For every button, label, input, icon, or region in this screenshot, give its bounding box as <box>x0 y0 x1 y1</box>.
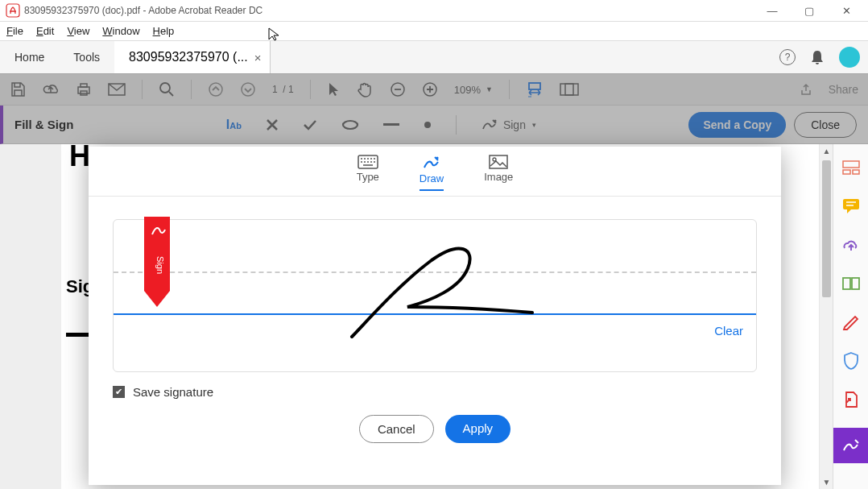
panel-edit-icon[interactable] <box>841 312 862 333</box>
fill-sign-bar: Fill & Sign IAb Sign▾ Send a Copy Close <box>0 106 868 144</box>
window-maximize-button[interactable]: ▢ <box>791 0 828 21</box>
share-icon[interactable] <box>800 83 812 96</box>
main-toolbar: 1 / 1 109%▼ Share <box>0 73 868 106</box>
signature-dialog: Type Draw Image Sign Clear ✔ Save <box>89 147 781 485</box>
page-down-icon[interactable] <box>240 81 256 97</box>
svg-rect-18 <box>843 170 850 174</box>
select-tool-icon[interactable] <box>327 81 340 97</box>
svg-rect-10 <box>529 83 540 89</box>
page-indicator: 1 / 1 <box>272 84 294 95</box>
signature-tabs: Type Draw Image <box>89 147 781 197</box>
svg-rect-11 <box>560 84 578 95</box>
vertical-scrollbar[interactable]: ▲ ▼ <box>819 144 833 489</box>
menu-view[interactable]: View <box>67 25 89 37</box>
svg-rect-14 <box>383 123 399 126</box>
cursor-icon <box>267 27 282 41</box>
panel-share-icon[interactable] <box>841 234 862 255</box>
svg-point-13 <box>343 121 358 129</box>
zoom-in-icon[interactable] <box>422 81 438 97</box>
page-text-fragment: H <box>69 139 90 173</box>
signature-tab-draw[interactable]: Draw <box>420 155 444 191</box>
keyboard-icon <box>358 155 378 169</box>
svg-point-16 <box>494 119 496 122</box>
zoom-out-icon[interactable] <box>390 81 406 97</box>
svg-rect-21 <box>843 278 850 289</box>
svg-point-6 <box>209 83 222 96</box>
panel-protect-icon[interactable] <box>841 350 862 371</box>
menu-window[interactable]: Window <box>102 25 139 37</box>
panel-create-icon[interactable] <box>841 157 862 178</box>
text-tool-icon[interactable]: IAb <box>226 118 242 132</box>
fill-sign-title: Fill & Sign <box>14 118 73 131</box>
page-line-fragment <box>66 333 90 337</box>
menu-help[interactable]: Help <box>153 25 175 37</box>
tab-home[interactable]: Home <box>0 41 59 73</box>
window-minimize-button[interactable]: — <box>754 0 791 21</box>
right-panel <box>833 144 868 489</box>
signature-draw-area[interactable]: Sign Clear <box>113 219 757 372</box>
menu-edit[interactable]: Edit <box>36 25 54 37</box>
clear-signature-button[interactable]: Clear <box>714 324 743 338</box>
draw-icon <box>422 155 441 171</box>
document-tabbar: Home Tools 83095932375970 (... × ? <box>0 41 868 73</box>
svg-rect-12 <box>565 84 573 95</box>
svg-point-15 <box>424 122 431 128</box>
share-button[interactable]: Share <box>829 83 858 96</box>
fit-width-icon[interactable] <box>526 81 544 98</box>
save-icon[interactable] <box>10 81 26 97</box>
svg-rect-22 <box>852 278 859 289</box>
close-panel-button[interactable]: Close <box>794 112 857 138</box>
panel-fill-sign-icon[interactable] <box>833 428 869 463</box>
panel-export-icon[interactable] <box>841 389 862 410</box>
svg-point-24 <box>436 156 438 159</box>
tab-document[interactable]: 83095932375970 (... × <box>114 41 270 73</box>
cancel-button[interactable]: Cancel <box>359 415 434 443</box>
signature-stroke <box>114 220 756 371</box>
svg-rect-2 <box>81 84 87 87</box>
bell-icon[interactable] <box>810 49 825 65</box>
cross-tool-icon[interactable] <box>266 118 279 131</box>
tab-tools[interactable]: Tools <box>59 41 114 73</box>
avatar[interactable] <box>839 47 860 68</box>
scroll-up-arrow[interactable]: ▲ <box>820 144 833 158</box>
signature-tab-type[interactable]: Type <box>357 155 379 191</box>
svg-rect-17 <box>843 161 859 168</box>
read-mode-icon[interactable] <box>560 82 579 97</box>
zoom-select[interactable]: 109%▼ <box>454 84 493 96</box>
cloud-icon[interactable] <box>42 81 60 97</box>
page-up-icon[interactable] <box>208 81 224 97</box>
window-close-button[interactable]: ✕ <box>828 0 865 21</box>
apply-button[interactable]: Apply <box>445 415 511 443</box>
panel-comment-icon[interactable] <box>841 196 862 217</box>
send-copy-button[interactable]: Send a Copy <box>688 112 786 138</box>
dot-tool-icon[interactable] <box>424 121 432 129</box>
print-icon[interactable] <box>76 81 92 97</box>
menu-file[interactable]: File <box>6 25 23 37</box>
window-title: 83095932375970 (doc).pdf - Adobe Acrobat… <box>24 5 754 16</box>
help-icon[interactable]: ? <box>779 49 796 65</box>
scrollbar-thumb[interactable] <box>822 160 831 297</box>
scroll-down-arrow[interactable]: ▼ <box>820 475 833 489</box>
signature-tab-image[interactable]: Image <box>484 155 513 191</box>
tab-document-label: 83095932375970 (... <box>129 50 248 64</box>
svg-rect-25 <box>490 155 507 168</box>
hand-tool-icon[interactable] <box>356 81 374 97</box>
tab-close-icon[interactable]: × <box>254 51 262 64</box>
svg-rect-20 <box>843 199 859 209</box>
sign-dropdown[interactable]: Sign▾ <box>481 118 536 132</box>
mail-icon[interactable] <box>108 83 126 96</box>
svg-point-5 <box>160 83 170 93</box>
image-icon <box>489 155 508 169</box>
circle-tool-icon[interactable] <box>341 119 359 131</box>
line-tool-icon[interactable] <box>383 122 399 127</box>
save-signature-row: ✔ Save signature <box>89 385 781 415</box>
svg-point-26 <box>493 158 496 161</box>
check-tool-icon[interactable] <box>303 119 317 131</box>
save-signature-label: Save signature <box>133 385 213 399</box>
svg-rect-0 <box>6 4 19 17</box>
save-signature-checkbox[interactable]: ✔ <box>113 386 125 398</box>
search-icon[interactable] <box>159 81 175 97</box>
panel-organize-icon[interactable] <box>841 273 862 294</box>
svg-point-7 <box>242 83 254 96</box>
svg-rect-1 <box>78 87 89 93</box>
